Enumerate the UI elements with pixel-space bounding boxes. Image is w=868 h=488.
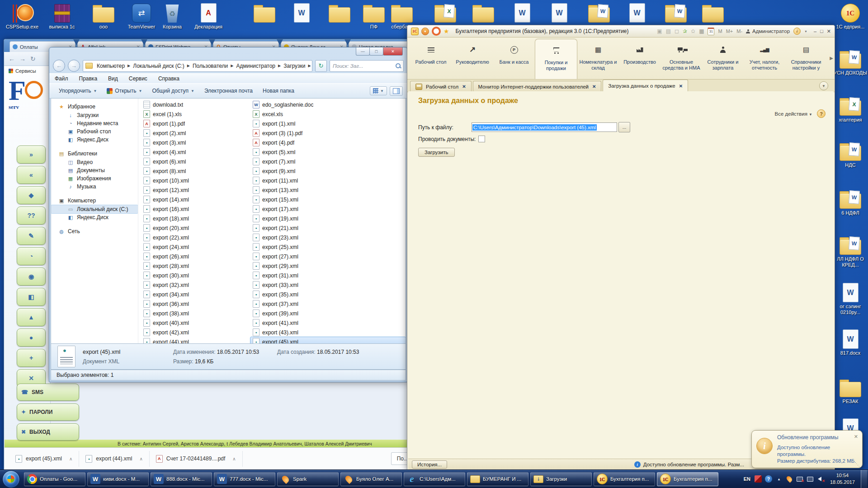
minimize-button[interactable]: – — [814, 28, 816, 34]
sidebar-button-выход[interactable]: ✖ВЫХОД — [17, 423, 79, 441]
close-button[interactable]: ✕ — [383, 47, 403, 56]
path-input[interactable]: C:\Users\Администратор\Downloads\export … — [472, 122, 617, 132]
tab-list-dropdown-icon[interactable]: ▼ — [819, 81, 828, 90]
desktop-icon[interactable]: X — [428, 3, 463, 24]
taskbar-button[interactable]: 1СБухгалтерия п... — [657, 472, 718, 486]
download-item[interactable]: export (44).xml∧ — [79, 451, 149, 467]
net-tray-icon[interactable] — [807, 475, 814, 483]
browse-button[interactable]: ... — [618, 122, 630, 132]
av-tray-icon[interactable] — [755, 475, 762, 483]
help-icon[interactable]: ? — [817, 109, 826, 118]
file-row[interactable]: export (11).xml — [250, 176, 406, 185]
search-input[interactable]: Поиск: Заг... — [330, 60, 404, 72]
file-row[interactable]: export (35).xml — [250, 290, 406, 299]
download-item[interactable]: Счет 17-02441489....pdf∧ — [150, 451, 243, 467]
help-tray-icon[interactable]: ? — [765, 475, 772, 483]
breadcrumb-item[interactable]: Компьютер — [95, 62, 127, 70]
sidebar-button-sms[interactable]: ☎SMS — [17, 384, 79, 401]
desktop-icon[interactable]: W — [658, 3, 693, 24]
file-row[interactable]: export (4).pdf — [250, 138, 406, 147]
taskbar-button[interactable]: Загрузки — [530, 472, 592, 486]
nav-item-видео[interactable]: ◫Видео — [51, 158, 138, 166]
nav-item-музыка[interactable]: ♪Музыка — [51, 183, 138, 191]
taskbar-button[interactable]: eC:\Users\Адм... — [404, 472, 465, 486]
desktop-icon[interactable] — [695, 3, 731, 24]
desktop-icon[interactable]: W — [284, 3, 319, 24]
chevron-up-icon[interactable]: ∧ — [232, 456, 236, 461]
file-row[interactable]: export (22).xml — [141, 233, 250, 242]
close-button[interactable]: ✕ — [827, 28, 831, 34]
close-icon[interactable]: ✕ — [592, 84, 596, 89]
maximize-button[interactable]: □ — [369, 47, 383, 56]
menu-item-файл[interactable]: Файл — [55, 75, 68, 82]
taskbar-button[interactable]: Spark — [277, 472, 339, 486]
file-row[interactable]: export (8).xml — [141, 166, 250, 176]
menu-item-вид[interactable]: Вид — [108, 75, 118, 82]
section-factory[interactable]: Производство — [619, 38, 660, 79]
file-row[interactable]: export (12).xml — [141, 185, 250, 195]
onec-tab[interactable]: Рабочий стол✕ — [410, 81, 472, 92]
preview-icon[interactable]: ◻ — [675, 28, 679, 34]
file-row[interactable]: export (20).xml — [141, 223, 250, 233]
conduct-checkbox[interactable] — [478, 136, 485, 142]
close-icon[interactable]: ✕ — [462, 84, 466, 89]
breadcrumb-item[interactable]: Пользователи — [191, 62, 230, 70]
desktop-icon[interactable]: 1С1С едприя... — [833, 3, 868, 30]
file-row[interactable]: export (25).xml — [250, 242, 406, 252]
file-row[interactable]: export (40).xml — [141, 318, 250, 328]
desktop-icon[interactable]: ⇄TeamViewer — [124, 3, 159, 30]
sidebar-button[interactable]: ◆ — [17, 186, 46, 204]
desktop-icon[interactable]: W817.docx — [833, 329, 868, 356]
close-icon[interactable]: ✕ — [679, 84, 683, 89]
up-tray-icon[interactable]: ▴ — [775, 475, 783, 483]
file-row[interactable]: export (16).xml — [141, 204, 250, 214]
close-icon[interactable]: ✕ — [854, 434, 858, 440]
nav-item-загрузки[interactable]: ↓Загрузки — [51, 111, 138, 119]
section-truck[interactable]: Основные средства и НМА — [660, 38, 702, 79]
sidebar-button[interactable]: « — [17, 166, 46, 184]
file-row[interactable]: export (1).pdf — [141, 119, 250, 128]
desktop-icon[interactable]: W6 НДФЛ — [833, 189, 868, 216]
menu-item-справка[interactable]: Справка — [158, 75, 179, 82]
file-row[interactable]: export (4).xml — [141, 147, 250, 157]
show-desktop-button[interactable] — [861, 470, 867, 488]
file-row[interactable]: download.txt — [141, 100, 250, 109]
preview-pane-button[interactable] — [390, 86, 403, 96]
nav-item-документы[interactable]: ▤Документы — [51, 166, 138, 174]
taskbar-button[interactable]: БУМЕРАНГ И ... — [467, 472, 528, 486]
nav-item-изображения[interactable]: ▦Изображения — [51, 174, 138, 183]
update-status[interactable]: i Доступно обновление программы. Разм... — [634, 461, 744, 468]
file-row[interactable]: export (30).xml — [141, 271, 250, 280]
sidebar-button[interactable]: ◉ — [17, 267, 46, 286]
section-menu[interactable]: Рабочий стол — [410, 38, 452, 79]
calendar-icon[interactable]: 31 — [708, 28, 714, 35]
back-icon[interactable]: ← — [9, 55, 15, 62]
toolbar-button[interactable]: Упорядочить▼ — [54, 86, 102, 96]
nav-item-яндекс.диск[interactable]: ◧Яндекс.Диск — [51, 213, 138, 221]
toolbar-button[interactable]: Открыть▼ — [102, 86, 147, 96]
desktop-icon[interactable]: WУСН ДОХОДЫ — [833, 49, 868, 76]
menu-item-сервис[interactable]: Сервис — [129, 75, 147, 82]
desktop-icon[interactable] — [247, 3, 282, 24]
sidebar-button[interactable]: ◧ — [17, 288, 46, 306]
all-actions-button[interactable]: Все действия ▼ — [775, 111, 812, 117]
favorites-icon[interactable]: ✩ — [691, 28, 695, 34]
star-icon[interactable]: ★ — [443, 28, 449, 35]
vol-tray-icon[interactable] — [817, 475, 824, 483]
section-person[interactable]: Сотрудники и зарплата — [702, 38, 744, 79]
info-icon[interactable]: i — [793, 28, 801, 35]
file-row[interactable]: excel (1).xls — [141, 109, 250, 119]
desktop-icon[interactable]: CSPSetup.exe — [5, 3, 40, 30]
services-button[interactable]: Сервисы — [4, 66, 50, 74]
file-row[interactable]: export (43).xml — [250, 328, 406, 337]
file-row[interactable]: export (13).xml — [250, 185, 406, 195]
minimize-button[interactable]: — — [356, 47, 370, 56]
nav-section-сеть[interactable]: ◍Сеть — [51, 227, 138, 236]
file-row[interactable]: export (3) (1).pdf — [250, 128, 406, 138]
desktop-icon[interactable] — [466, 3, 501, 24]
ribbon-overflow-icon[interactable]: ▶ — [830, 56, 833, 61]
file-row[interactable]: export (1).xml — [250, 119, 406, 128]
section-ruble[interactable]: РБанк и касса — [493, 38, 535, 79]
history-button[interactable]: История... — [412, 460, 447, 469]
nav-section-компьютер[interactable]: ▣Компьютер — [51, 196, 138, 205]
